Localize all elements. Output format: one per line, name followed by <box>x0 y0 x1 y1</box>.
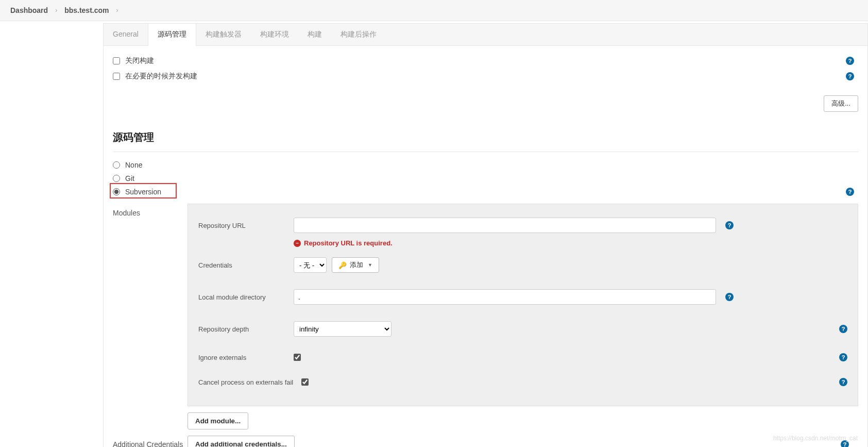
error-icon: – <box>294 240 301 247</box>
help-icon[interactable]: ? <box>839 353 847 361</box>
cancel-on-fail-checkbox[interactable] <box>301 378 309 386</box>
scm-svn-label: Subversion <box>125 188 161 196</box>
tab-scm[interactable]: 源码管理 <box>148 24 196 46</box>
cancel-on-fail-label: Cancel process on externals fail <box>198 378 301 386</box>
breadcrumb: Dashboard › bbs.test.com › <box>0 0 868 21</box>
module-panel: Repository URL ? – Repository URL is req… <box>188 204 858 406</box>
ignore-externals-label: Ignore externals <box>198 354 294 361</box>
tab-general[interactable]: General <box>104 24 148 45</box>
add-credentials-label: 添加 <box>350 260 363 270</box>
config-tabs: General 源码管理 构建触发器 构建环境 构建 构建后操作 <box>104 24 867 46</box>
disable-build-checkbox[interactable] <box>113 57 120 64</box>
scm-section-title: 源码管理 <box>104 121 867 148</box>
credentials-select[interactable]: - 无 - <box>294 257 327 273</box>
local-dir-input[interactable] <box>294 289 716 305</box>
concurrent-build-row: 在必要的时候并发构建 ? <box>113 69 858 84</box>
add-credentials-button[interactable]: 🔑 添加 ▼ <box>332 257 379 273</box>
help-icon[interactable]: ? <box>725 293 734 301</box>
main-content: General 源码管理 构建触发器 构建环境 构建 构建后操作 关闭构建 ? … <box>0 23 868 447</box>
depth-row: Repository depth infinity ? <box>198 317 847 341</box>
repo-url-error-text: Repository URL is required. <box>304 239 393 247</box>
cancel-on-fail-row: Cancel process on externals fail ? <box>198 374 847 390</box>
advanced-row: 高级... <box>104 91 867 121</box>
breadcrumb-project[interactable]: bbs.test.com <box>64 6 109 14</box>
scm-radio-group: None Git Subversion ? <box>104 158 867 198</box>
repo-url-label: Repository URL <box>198 222 294 229</box>
scm-git-label: Git <box>125 174 134 183</box>
help-icon[interactable]: ? <box>846 57 854 65</box>
disable-build-row: 关闭构建 ? <box>113 53 858 69</box>
tab-build[interactable]: 构建 <box>298 24 331 45</box>
scm-svn-row: Subversion ? <box>113 185 858 198</box>
add-additional-credentials-button[interactable]: Add additional credentials... <box>188 436 295 447</box>
tab-postbuild[interactable]: 构建后操作 <box>331 24 386 45</box>
scm-git-row: Git <box>113 172 858 185</box>
modules-section: Modules Repository URL ? – Repository UR… <box>104 198 867 429</box>
depth-select[interactable]: infinity <box>294 321 392 337</box>
tab-env[interactable]: 构建环境 <box>251 24 298 45</box>
repo-url-error: – Repository URL is required. <box>294 237 847 253</box>
repo-url-input[interactable] <box>294 218 716 233</box>
concurrent-build-checkbox[interactable] <box>113 73 120 80</box>
scm-svn-radio[interactable] <box>113 188 120 195</box>
advanced-button[interactable]: 高级... <box>824 95 858 112</box>
scm-none-row: None <box>113 158 858 172</box>
modules-body: Repository URL ? – Repository URL is req… <box>188 204 858 429</box>
scm-git-radio[interactable] <box>113 175 120 182</box>
scm-none-radio[interactable] <box>113 161 120 169</box>
concurrent-build-label: 在必要的时候并发构建 <box>125 72 197 81</box>
help-icon[interactable]: ? <box>846 72 854 80</box>
tab-triggers[interactable]: 构建触发器 <box>196 24 251 45</box>
help-icon[interactable]: ? <box>846 188 854 196</box>
local-dir-row: Local module directory ? <box>198 285 847 309</box>
chevron-right-icon: › <box>55 7 57 14</box>
disable-build-label: 关闭构建 <box>125 56 154 65</box>
credentials-label: Credentials <box>198 261 294 269</box>
help-icon[interactable]: ? <box>725 221 734 229</box>
general-options: 关闭构建 ? 在必要的时候并发构建 ? <box>104 46 867 91</box>
ignore-externals-checkbox[interactable] <box>294 354 301 361</box>
modules-side-label: Modules <box>113 204 188 429</box>
help-icon[interactable]: ? <box>841 440 849 448</box>
config-panel: General 源码管理 构建触发器 构建环境 构建 构建后操作 关闭构建 ? … <box>103 23 868 447</box>
key-icon: 🔑 <box>338 261 347 269</box>
local-dir-label: Local module directory <box>198 293 294 301</box>
credentials-row: Credentials - 无 - 🔑 添加 ▼ <box>198 253 847 277</box>
additional-credentials-label: Additional Credentials <box>113 440 188 448</box>
add-module-button[interactable]: Add module... <box>188 412 248 429</box>
help-icon[interactable]: ? <box>839 325 847 333</box>
repo-url-row: Repository URL ? <box>198 213 847 237</box>
divider <box>113 152 858 152</box>
chevron-right-icon: › <box>116 7 118 14</box>
additional-credentials-section: Additional Credentials Add additional cr… <box>104 429 867 447</box>
caret-down-icon: ▼ <box>368 262 372 268</box>
scm-none-label: None <box>125 161 142 169</box>
breadcrumb-dashboard[interactable]: Dashboard <box>10 6 48 14</box>
help-icon[interactable]: ? <box>839 378 847 386</box>
ignore-externals-row: Ignore externals ? <box>198 349 847 366</box>
depth-label: Repository depth <box>198 325 294 333</box>
